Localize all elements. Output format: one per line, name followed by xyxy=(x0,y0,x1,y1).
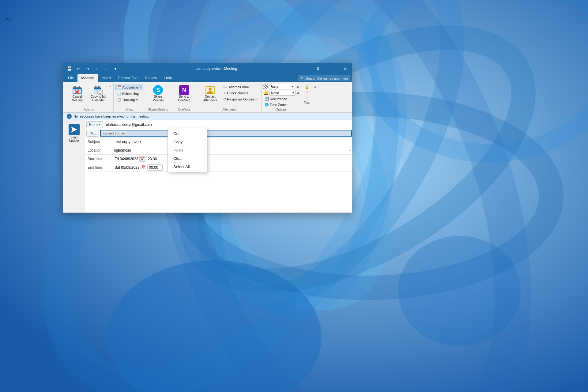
close-btn[interactable]: ✕ xyxy=(341,64,349,73)
none-row: 🔔 None ▾ ◀ xyxy=(263,90,299,96)
ctx-paste[interactable]: Paste xyxy=(168,146,207,154)
end-time-row: End time Sat 05/08/2023 📅 xyxy=(85,163,352,172)
location-label: Location xyxy=(85,147,113,154)
from-row: From ▾ olahassanbolaji@gmail.com xyxy=(85,120,352,129)
tracking-icon: 📋 xyxy=(117,98,121,102)
from-btn[interactable]: From ▾ xyxy=(86,121,103,128)
end-time-input[interactable] xyxy=(147,164,163,171)
copy-to-calendar-btn[interactable]: 📋 Copy to MyCalendar xyxy=(89,84,108,104)
show-as-none-select[interactable]: None ▾ xyxy=(270,90,296,96)
end-calendar-icon[interactable]: 📅 xyxy=(141,165,146,170)
subject-value[interactable]: test copy invite xyxy=(113,138,352,145)
info-message: No responses have been received for this… xyxy=(74,115,149,118)
tab-meeting[interactable]: Meeting xyxy=(77,74,98,82)
address-book-btn[interactable]: 📖 Address Book xyxy=(222,84,259,90)
subject-row: Subject test copy invite xyxy=(85,138,352,146)
send-panel: Send Update xyxy=(63,120,85,213)
onenote-group-label: OneNote xyxy=(173,107,195,112)
actions-dropdown-btn[interactable]: ▾ xyxy=(109,84,111,89)
busy-expand-arrow: ◀ xyxy=(296,85,299,89)
start-calendar-icon[interactable]: 📅 xyxy=(139,156,145,162)
tracking-btn[interactable]: 📋 Tracking ▾ xyxy=(115,97,143,103)
svg-rect-21 xyxy=(95,86,96,88)
end-date-text[interactable]: Sat 05/08/2023 xyxy=(115,165,139,170)
ribbon-group-actions: Cancel Meeting 📋 Copy to xyxy=(64,83,114,112)
minimize-btn[interactable]: — xyxy=(322,64,331,73)
svg-rect-22 xyxy=(98,86,100,88)
redo-qat-btn[interactable]: ↪ xyxy=(84,65,91,72)
scheduling-icon: 📊 xyxy=(117,92,121,96)
save-qat-btn[interactable]: 💾 xyxy=(66,65,73,72)
send-update-icon xyxy=(69,124,80,135)
maximize-btn[interactable]: □ xyxy=(332,64,340,73)
onenote-btn[interactable]: N Send to OneNote xyxy=(173,84,195,104)
start-time-row: Start time Fri 04/08/2023 📅 xyxy=(85,155,352,163)
tab-help[interactable]: Help xyxy=(161,74,176,82)
send-update-label: Send Update xyxy=(66,136,82,142)
tags-label: Tags xyxy=(302,100,312,105)
recurrence-btn[interactable]: 🔄 Recurrence xyxy=(263,96,299,101)
ctx-select-all[interactable]: Select All xyxy=(168,163,207,171)
ctx-copy[interactable]: Copy xyxy=(168,138,207,146)
tab-review[interactable]: Review xyxy=(141,74,160,82)
cancel-meeting-btn[interactable]: Cancel Meeting xyxy=(66,84,88,104)
ribbon-group-tags: 🔒 ! ↓ Tags xyxy=(301,83,313,112)
tab-format-text[interactable]: Format Text xyxy=(115,74,141,82)
ribbon-search[interactable]: 🔍 Search the menus and more xyxy=(298,75,351,81)
busy-select-arrow: ▾ xyxy=(292,85,294,88)
ctx-cut[interactable]: Cut xyxy=(168,130,207,138)
tab-file[interactable]: File xyxy=(64,74,77,82)
meeting-body[interactable] xyxy=(85,172,352,209)
start-date-text[interactable]: Fri 04/08/2023 xyxy=(115,157,138,161)
more-qat-btn[interactable]: ▾ xyxy=(111,65,119,72)
start-time-label: Start time xyxy=(85,156,113,162)
fields-area: From ▾ olahassanbolaji@gmail.com To... s… xyxy=(85,120,352,213)
location-dropdown[interactable]: ogbomoso ▾ xyxy=(113,148,352,153)
svg-text:📋: 📋 xyxy=(98,90,102,94)
ribbon-tabs: File Meeting Insert Format Text Review H… xyxy=(63,74,352,82)
location-row: Location ogbomoso ▾ xyxy=(85,146,352,155)
restore-btn[interactable]: ⧉ xyxy=(314,65,322,73)
undo-qat-btn[interactable]: ↩ xyxy=(75,65,82,72)
skype-icon: S xyxy=(153,85,163,95)
response-options-icon: ↩ xyxy=(223,97,226,101)
timezones-label: Time Zones xyxy=(270,103,288,107)
ribbon-collapse-area: ∧ xyxy=(313,83,317,112)
none-select-arrow: ▾ xyxy=(292,91,294,94)
contact-attendees-btn[interactable]: Contact Attendees xyxy=(199,84,221,104)
copy-calendar-icon: 📋 xyxy=(93,85,103,95)
scheduling-label: Scheduling xyxy=(122,92,139,96)
ribbon-collapse-btn[interactable]: ∧ xyxy=(313,85,317,90)
busy-stripes-icon xyxy=(263,85,268,89)
check-names-btn[interactable]: ✓ Check Names xyxy=(222,90,259,96)
appointment-btn[interactable]: 📅 Appointment xyxy=(115,84,143,90)
from-dropdown-arrow: ▾ xyxy=(99,123,100,126)
window-title: test copy invite – Meeting xyxy=(196,66,237,71)
timezones-btn[interactable]: 🌐 Time Zones xyxy=(263,102,299,107)
send-update-btn[interactable]: Send Update xyxy=(64,122,84,144)
to-field-text: subject edu no xyxy=(102,131,126,135)
start-time-input[interactable] xyxy=(146,156,161,162)
options-label: Options xyxy=(263,107,299,112)
attendees-right-col: 📖 Address Book ✓ Check Names ↩ Response … xyxy=(222,84,259,102)
svg-point-9 xyxy=(398,236,521,346)
ctx-clear[interactable]: Clear xyxy=(168,154,207,163)
show-as-busy-select[interactable]: Busy ▾ xyxy=(269,84,295,89)
scheduling-btn[interactable]: 📊 Scheduling xyxy=(115,91,143,96)
down-qat-btn[interactable]: ↓ xyxy=(102,65,110,72)
to-label: To... xyxy=(89,131,96,135)
to-btn[interactable]: To... xyxy=(86,130,99,137)
up-qat-btn[interactable]: ↑ xyxy=(93,65,100,72)
to-field[interactable]: subject edu no xyxy=(100,130,352,137)
check-names-icon: ✓ xyxy=(223,91,226,95)
recurrence-label: Recurrence xyxy=(270,97,287,101)
response-options-btn[interactable]: ↩ Response Options ▾ xyxy=(222,96,259,102)
skype-meeting-btn[interactable]: S Skype Meeting xyxy=(147,84,169,104)
tab-insert[interactable]: Insert xyxy=(98,74,115,82)
taskbar-time: 6lu... xyxy=(5,17,13,21)
lock-icon: 🔒 xyxy=(305,85,309,89)
svg-point-26 xyxy=(209,88,212,91)
search-icon: 🔍 xyxy=(300,76,304,80)
actions-content: Cancel Meeting 📋 Copy to xyxy=(66,84,111,107)
search-label: Search the menus and more xyxy=(306,77,348,80)
